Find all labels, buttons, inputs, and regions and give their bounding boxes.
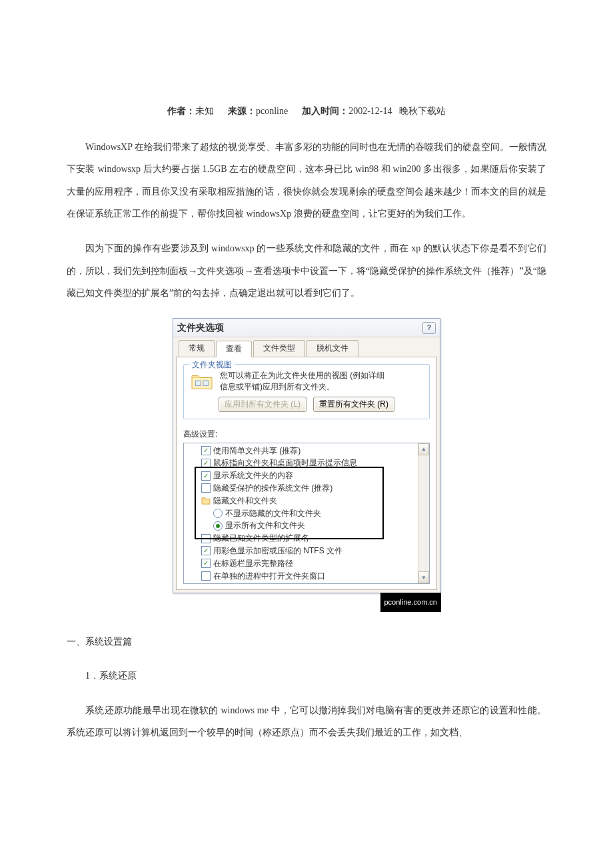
checkbox-checked-icon[interactable]: ✓	[201, 459, 211, 468]
paragraph-2: 因为下面的操作有些要涉及到 windowsxp 的一些系统文件和隐藏的文件，而在…	[67, 237, 546, 305]
site-name: 晚秋下载站	[399, 106, 446, 116]
tab-general[interactable]: 常规	[179, 340, 215, 357]
watermark: pconline.com.cn	[380, 593, 442, 611]
time-label: 加入时间：	[302, 106, 348, 116]
advanced-list: ✓使用简单文件共享 (推荐) ✓鼠标指向文件夹和桌面项时显示提示信息 ✓显示系统…	[183, 443, 430, 585]
radio-checked-icon[interactable]	[213, 521, 223, 531]
reset-all-button[interactable]: 重置所有文件夹 (R)	[313, 397, 394, 412]
scrollbar[interactable]: ▲ ▼	[418, 443, 429, 584]
help-button[interactable]: ?	[422, 322, 436, 334]
time-value: 2002-12-14	[348, 106, 392, 116]
checkbox-checked-icon[interactable]: ✓	[201, 446, 211, 455]
opt-ntfs-color: 用彩色显示加密或压缩的 NTFS 文件	[213, 545, 342, 557]
checkbox-unchecked-icon[interactable]	[201, 571, 211, 581]
opt-show-sys-contents: 显示系统文件夹的内容	[213, 470, 293, 481]
tab-bar: 常规 查看 文件类型 脱机文件	[173, 337, 440, 357]
folder-view-icon	[191, 371, 213, 391]
item-1: 1．系统还原	[67, 665, 546, 687]
meta-line: 作者：未知 来源：pconline 加入时间：2002-12-14 晚秋下载站	[67, 100, 546, 123]
scroll-down-icon[interactable]: ▼	[418, 571, 429, 583]
svg-rect-1	[203, 381, 209, 386]
paragraph-1: WindowsXP 在给我们带来了超炫的视觉享受、丰富多彩的功能的同时也在无情的…	[67, 136, 546, 225]
svg-rect-0	[196, 381, 201, 386]
paragraph-3: 系统还原功能最早出现在微软的 windows me 中，它可以撤消掉我们对电脑有…	[67, 699, 546, 744]
advanced-label: 高级设置:	[183, 429, 430, 440]
folder-view-group: 文件夹视图 您可以将正在为此文件夹使用的视图 (例如详细 信息或平铺)应用到所有…	[183, 364, 430, 419]
dialog-title: 文件夹选项	[177, 321, 224, 335]
radio-unchecked-icon[interactable]	[213, 509, 223, 518]
opt-no-show-hidden: 不显示隐藏的文件和文件夹	[225, 508, 321, 519]
checkbox-checked-icon[interactable]: ✓	[201, 559, 211, 568]
folder-icon	[201, 497, 211, 505]
tab-file-types[interactable]: 文件类型	[253, 340, 305, 357]
source-label: 来源：	[228, 106, 256, 116]
opt-full-path: 在标题栏显示完整路径	[213, 558, 293, 569]
folder-view-desc: 您可以将正在为此文件夹使用的视图 (例如详细 信息或平铺)应用到所有文件夹。	[220, 370, 384, 393]
opt-separate-process: 在单独的进程中打开文件夹窗口	[213, 571, 325, 582]
opt-hidden-group: 隐藏文件和文件夹	[213, 495, 277, 507]
folder-view-title: 文件夹视图	[189, 359, 235, 371]
tab-offline-files[interactable]: 脱机文件	[306, 340, 358, 357]
checkbox-unchecked-icon[interactable]	[201, 534, 211, 543]
section-1-title: 一、系统设置篇	[67, 631, 546, 653]
opt-simple-sharing: 使用简单文件共享 (推荐)	[213, 445, 301, 457]
author-value: 未知	[195, 106, 214, 116]
apply-to-all-button[interactable]: 应用到所有文件夹 (L)	[219, 397, 306, 412]
folder-options-dialog: 文件夹选项 ? 常规 查看 文件类型 脱机文件 文件夹视图	[173, 318, 440, 594]
opt-hide-protected: 隐藏受保护的操作系统文件 (推荐)	[213, 483, 332, 494]
opt-tooltip: 鼠标指向文件夹和桌面项时显示提示信息	[213, 457, 357, 469]
tab-panel: 文件夹视图 您可以将正在为此文件夹使用的视图 (例如详细 信息或平铺)应用到所有…	[176, 357, 437, 590]
checkbox-checked-icon[interactable]: ✓	[201, 546, 211, 555]
dialog-title-bar: 文件夹选项 ?	[173, 319, 440, 338]
tab-view[interactable]: 查看	[216, 341, 252, 357]
author-label: 作者：	[167, 106, 195, 116]
opt-hide-ext: 隐藏已知文件类型的扩展名	[213, 533, 309, 544]
source-value: pconline	[256, 106, 288, 116]
checkbox-unchecked-icon[interactable]	[201, 483, 211, 493]
checkbox-checked-icon[interactable]: ✓	[201, 471, 211, 481]
opt-show-all: 显示所有文件和文件夹	[225, 520, 305, 531]
scroll-up-icon[interactable]: ▲	[418, 443, 429, 455]
